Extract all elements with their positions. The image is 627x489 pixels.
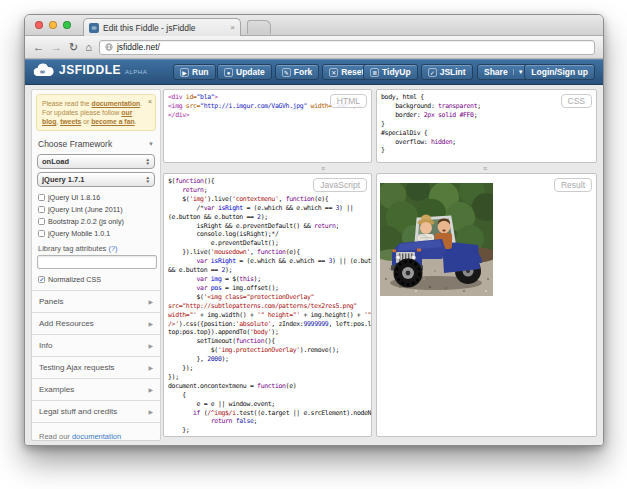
browser-tab[interactable]: ∞ Edit this Fiddle - jsFiddle × xyxy=(83,18,241,36)
accordion-item-info[interactable]: Info▶ xyxy=(32,335,160,357)
run-label: Run xyxy=(192,67,209,77)
html-editor-panel[interactable]: <div id="bla"><img src="http://i.imgur.c… xyxy=(163,89,372,163)
result-panel: Result xyxy=(376,173,597,437)
code-line[interactable]: setTimeout(function(){ xyxy=(168,337,371,346)
run-button[interactable]: ▶ Run xyxy=(173,64,216,80)
result-image-kids-in-toy-jeep[interactable] xyxy=(380,183,493,296)
fork-button[interactable]: ✎ Fork xyxy=(275,64,319,80)
code-line[interactable]: #specialDiv { xyxy=(381,129,596,138)
jsfiddle-favicon-icon: ∞ xyxy=(89,23,99,33)
close-window-button[interactable] xyxy=(35,21,43,29)
chevron-down-icon[interactable]: ▼ xyxy=(513,69,524,75)
code-line[interactable]: }); xyxy=(168,364,371,373)
code-line[interactable]: width="' + img.width() + '" height="' + … xyxy=(168,311,371,320)
framework-checkbox-row[interactable]: jQuery Lint (June 2011) xyxy=(32,203,160,215)
onload-select[interactable]: onLoad ▲▼ xyxy=(37,154,155,169)
documentation-link[interactable]: documentation xyxy=(72,432,121,441)
code-line[interactable]: if (/^img$/i.test((e.target || e.srcElem… xyxy=(168,409,371,418)
checkbox-checked-icon[interactable]: ✓ xyxy=(38,276,45,283)
jslint-label: JSLint xyxy=(440,67,466,77)
code-line[interactable]: console.log(isRight);*/ xyxy=(168,230,371,239)
accordion-item-testing-ajax-requests[interactable]: Testing Ajax requests▶ xyxy=(32,357,160,379)
code-line[interactable]: $('img.protectionOverlay').remove(); xyxy=(168,346,371,355)
minimize-window-button[interactable] xyxy=(49,21,57,29)
checkbox-icon[interactable] xyxy=(38,206,45,213)
code-line[interactable]: /*var isRight = (e.which && e.which == 3… xyxy=(168,204,371,213)
chevron-right-icon: ▶ xyxy=(148,342,153,349)
accordion-label: Panels xyxy=(39,297,63,306)
framework-select[interactable]: jQuery 1.7.1 ▲▼ xyxy=(37,172,155,187)
reload-icon[interactable]: ↻ xyxy=(69,42,78,53)
code-line[interactable]: />').css({position:'absolute', zIndex:99… xyxy=(168,320,371,329)
code-line[interactable]: (e.button && e.button == 2); xyxy=(168,213,371,222)
code-line[interactable]: $('img').live('contextmenu', function(e)… xyxy=(168,195,371,204)
notice-close-icon[interactable]: × xyxy=(148,97,152,106)
choose-framework-header[interactable]: Choose Framework ▼ xyxy=(32,135,160,151)
tidyup-button[interactable]: ≣ TidyUp xyxy=(363,64,418,80)
url-text: jsfiddle.net/ xyxy=(117,42,160,52)
address-bar[interactable]: jsfiddle.net/ xyxy=(99,40,595,55)
jslint-icon: ✓ xyxy=(428,68,437,77)
css-editor-panel[interactable]: body, html { background: transparent; bo… xyxy=(376,89,597,163)
login-label: Login/Sign up xyxy=(531,67,588,77)
checkbox-icon[interactable] xyxy=(38,218,45,225)
code-line[interactable]: } xyxy=(381,120,596,129)
choose-framework-label: Choose Framework xyxy=(38,139,112,149)
code-line[interactable]: e.preventDefault(); xyxy=(168,239,371,248)
splitter-grip[interactable]: ≡ xyxy=(483,166,487,172)
accordion-item-panels[interactable]: Panels▶ xyxy=(32,291,160,313)
accordion-item-examples[interactable]: Examples▶ xyxy=(32,379,160,401)
code-line[interactable]: var img = $(this); xyxy=(168,275,371,284)
forward-icon[interactable]: → xyxy=(51,42,62,53)
jsfiddle-logo[interactable]: ∞ JSFIDDLE ALPHA xyxy=(33,63,147,77)
code-line[interactable]: var isRight = (e.which && e.which == 3) … xyxy=(168,257,371,266)
splitter-grip[interactable]: ≡ xyxy=(321,166,325,172)
code-line[interactable]: }, 2000); xyxy=(168,355,371,364)
normalized-css-row[interactable]: ✓ Normalized CSS xyxy=(32,273,160,285)
reset-icon: ✕ xyxy=(329,68,338,77)
checkbox-icon[interactable] xyxy=(38,194,45,201)
code-line[interactable]: $('<img class="protectionOverlay" xyxy=(168,293,371,302)
code-line[interactable]: }; xyxy=(168,426,371,435)
js-editor-panel[interactable]: $(function(){ return; $('img').live('con… xyxy=(163,173,372,437)
accordion-item-add-resources[interactable]: Add Resources▶ xyxy=(32,313,160,335)
code-line[interactable]: e = e || window.event; xyxy=(168,400,371,409)
update-button[interactable]: ● Update xyxy=(217,64,272,80)
notice-link[interactable]: become a fan xyxy=(91,118,134,125)
code-line[interactable]: top:pos.top}).appendTo('body'); xyxy=(168,328,371,337)
login-signup-button[interactable]: Login/Sign up xyxy=(524,64,595,80)
library-tag-label: Library tag attributes (?) xyxy=(32,239,160,255)
new-tab-button[interactable] xyxy=(247,20,271,34)
accordion-item-legal-stuff-and-credits[interactable]: Legal stuff and credits▶ xyxy=(32,401,160,423)
code-line[interactable]: }); xyxy=(168,373,371,382)
library-tag-input[interactable] xyxy=(37,255,157,269)
js-code[interactable]: $(function(){ return; $('img').live('con… xyxy=(164,174,371,435)
share-button[interactable]: Share ▼ xyxy=(477,64,531,80)
tab-close-icon[interactable]: × xyxy=(230,23,235,32)
code-line[interactable]: src="http://subtlepatterns.com/patterns/… xyxy=(168,302,371,311)
code-line[interactable]: isRight && e.preventDefault() && return; xyxy=(168,222,371,231)
code-line[interactable]: && e.button == 2); xyxy=(168,266,371,275)
code-line[interactable]: overflow: hidden; xyxy=(381,138,596,147)
help-link[interactable]: (?) xyxy=(108,244,117,253)
framework-checkbox-row[interactable]: Bootstrap 2.0.2 (js only) xyxy=(32,215,160,227)
code-line[interactable]: document.oncontextmenu = function(e) xyxy=(168,382,371,391)
code-line[interactable]: </div> xyxy=(168,111,371,120)
code-line[interactable]: } xyxy=(381,146,596,155)
home-icon[interactable]: ⌂ xyxy=(85,42,92,53)
code-line[interactable]: }).live('mousedown', function(e){ xyxy=(168,248,371,257)
select-arrows-icon: ▲▼ xyxy=(146,158,150,165)
checkbox-icon[interactable] xyxy=(38,230,45,237)
code-line[interactable]: return false; xyxy=(168,417,371,426)
code-line[interactable]: { xyxy=(168,391,371,400)
back-icon[interactable]: ← xyxy=(33,42,44,53)
code-line[interactable]: var pos = img.offset(); xyxy=(168,284,371,293)
notice-link[interactable]: documentation xyxy=(92,100,141,107)
jslint-button[interactable]: ✓ JSLint xyxy=(421,64,473,80)
zoom-window-button[interactable] xyxy=(63,21,71,29)
brand-name: JSFIDDLE xyxy=(59,63,121,77)
notice-link[interactable]: tweets xyxy=(60,118,81,125)
framework-checkbox-row[interactable]: jQuery Mobile 1.0.1 xyxy=(32,227,160,239)
code-line[interactable]: border: 2px solid #FF0; xyxy=(381,111,596,120)
framework-checkbox-row[interactable]: jQuery UI 1.8.16 xyxy=(32,191,160,203)
